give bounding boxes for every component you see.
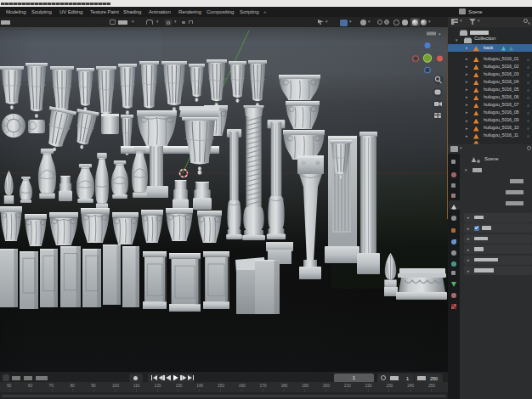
svg-text:▾: ▾ bbox=[439, 31, 441, 37]
